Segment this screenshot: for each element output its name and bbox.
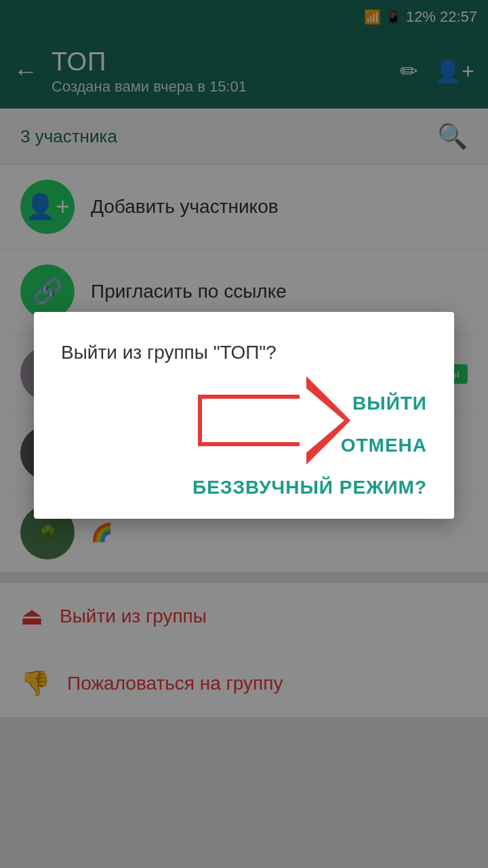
arrow-annotation	[197, 373, 352, 468]
cancel-button[interactable]: ОТМЕНА	[341, 435, 427, 456]
mute-button[interactable]: БЕЗЗВУЧНЫЙ РЕЖИМ?	[192, 477, 427, 498]
dialog: Выйти из группы "ТОП"? ВЫЙТИ ОТМЕНА БЕЗЗ…	[34, 312, 454, 519]
dialog-title: Выйти из группы "ТОП"?	[61, 339, 427, 366]
exit-button[interactable]: ВЫЙТИ	[352, 393, 427, 414]
